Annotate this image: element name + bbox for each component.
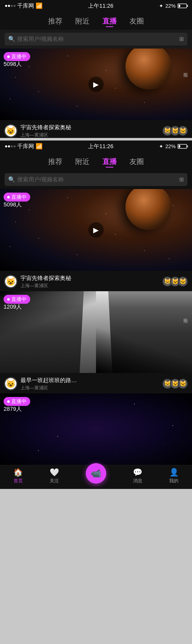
avatar-face-full-1 xyxy=(5,276,16,287)
signal-dot-4 xyxy=(14,5,16,7)
aud-avatar-full-1c: 🐱 xyxy=(178,276,188,287)
live-badge-text-full-2: 直播中 xyxy=(11,296,27,303)
live-badge-text-full-1: 直播中 xyxy=(11,194,27,201)
tab-nearby-2[interactable]: 附近 xyxy=(75,157,90,167)
tab-recommend[interactable]: 推荐 xyxy=(48,16,62,26)
bluetooth-icon-2: ✦ xyxy=(159,143,163,149)
phone-full: 千库网 📶 上午11:26 ✦ 22% 推荐 附近 直播 友圈 🔍 搜索用户/视… xyxy=(0,140,192,489)
signal-dot-3 xyxy=(11,5,13,7)
battery-icon xyxy=(178,4,187,8)
play-btn-1[interactable]: ▶ xyxy=(88,77,104,92)
nav-item-profile-2[interactable]: 👤 我的 xyxy=(169,468,179,484)
bottom-nav-2: 🏠 首页 🤍 关注 📹 💬 消息 👤 我的 xyxy=(0,465,192,489)
card-text-full-1: 宇宙先锋者探索奥秘 上海—黄浦区 xyxy=(20,274,71,289)
status-right: ✦ 22% xyxy=(159,3,187,9)
nav-item-record-2[interactable]: 📹 xyxy=(86,463,106,484)
card-info-full-1: 宇宙先锋者探索奥秘 上海—黄浦区 😸 😺 🐱 xyxy=(0,271,192,291)
messages-icon-2: 💬 xyxy=(133,468,142,477)
tab-live-2[interactable]: 直播 xyxy=(102,157,117,167)
tab-friends-2[interactable]: 友圈 xyxy=(130,157,144,167)
nav-item-home-2[interactable]: 🏠 首页 xyxy=(13,468,23,484)
live-card-full-3[interactable]: 直播中 2879人 xyxy=(0,393,192,465)
avatar-face-full-2 xyxy=(5,378,16,389)
scan-icon: ⊞ xyxy=(179,36,184,42)
card-left-full-1: 宇宙先锋者探索奥秘 上海—黄浦区 xyxy=(4,274,71,289)
live-badge-text-full-3: 直播中 xyxy=(11,398,27,405)
search-icon: 🔍 xyxy=(8,36,15,42)
record-icon-2: 📹 xyxy=(91,469,101,478)
nav-item-follow-2[interactable]: 🤍 关注 xyxy=(50,468,59,484)
live-card-full-1[interactable]: 直播中 5098人 ▶ xyxy=(0,189,192,271)
tab-recommend-2[interactable]: 推荐 xyxy=(48,157,62,167)
search-placeholder-2: 搜索用户/视频名称 xyxy=(17,176,179,183)
card-title-full-2: 最早一班赶班班的路… xyxy=(20,377,77,384)
audience-avatars-1: 😸 😺 🐱 xyxy=(162,126,188,136)
follow-icon-2: 🤍 xyxy=(50,468,59,477)
card-text-1: 宇宙先锋者探索奥秘 上海—黄浦区 xyxy=(20,124,71,138)
aud-avatar-full-2c: 🐱 xyxy=(178,379,188,389)
card-info-1: 宇宙先锋者探索奥秘 上海—黄浦区 😸 😺 🐱 xyxy=(0,120,192,138)
card-text-full-2: 最早一班赶班班的路… 上海—黄浦区 xyxy=(20,377,77,391)
search-bar[interactable]: 🔍 搜索用户/视频名称 ⊞ xyxy=(5,33,187,45)
search-placeholder: 搜索用户/视频名称 xyxy=(17,35,179,43)
play-btn-full-1[interactable]: ▶ xyxy=(88,222,104,238)
live-dot-full-2 xyxy=(7,298,10,301)
card-left-full-2: 最早一班赶班班的路… 上海—黄浦区 xyxy=(4,377,77,391)
avatar-1 xyxy=(4,124,17,137)
signal-dot-2-3 xyxy=(11,145,13,147)
card-left-1: 宇宙先锋者探索奥秘 上海—黄浦区 xyxy=(4,124,71,138)
search-bar-2[interactable]: 🔍 搜索用户/视频名称 ⊞ xyxy=(5,173,187,186)
signal-dots xyxy=(5,5,16,7)
phone-preview-1: 千库网 📶 上午11:26 ✦ 22% 推荐 附近 直播 友圈 🔍 搜索用户/视… xyxy=(0,0,192,138)
status-left-2: 千库网 📶 xyxy=(5,143,42,150)
bluetooth-icon: ✦ xyxy=(159,3,163,9)
battery-fill xyxy=(179,5,180,7)
live-badge-full-2: 直播中 xyxy=(4,295,30,304)
live-badge-text-1: 直播中 xyxy=(11,53,27,60)
scan-icon-2: ⊞ xyxy=(179,176,184,183)
viewer-count-full-1: 5098人 xyxy=(4,201,22,208)
audience-avatars-full-1: 😸 😺 🐱 xyxy=(162,276,188,287)
battery-percent-2: 22% xyxy=(165,144,176,149)
profile-label-2: 我的 xyxy=(169,478,178,484)
time-display-2: 上午11:26 xyxy=(88,143,113,150)
signal-dot-2 xyxy=(8,5,10,7)
live-dot-full-1 xyxy=(7,196,10,198)
card-title-full-1: 宇宙先锋者探索奥秘 xyxy=(20,274,71,282)
card-subtitle-full-2: 上海—黄浦区 xyxy=(20,385,77,391)
record-button-2[interactable]: 📹 xyxy=(86,463,106,484)
live-dot-full-3 xyxy=(7,400,10,403)
live-badge-full-1: 直播中 xyxy=(4,193,30,202)
profile-icon-2: 👤 xyxy=(169,468,179,477)
search-icon-2: 🔍 xyxy=(8,176,15,183)
messages-label-2: 消息 xyxy=(133,478,142,484)
avatar-full-2 xyxy=(4,377,17,390)
status-bar: 千库网 📶 上午11:26 ✦ 22% xyxy=(0,0,192,12)
follow-label-2: 关注 xyxy=(50,478,59,484)
card-subtitle-full-1: 上海—黄浦区 xyxy=(20,283,71,289)
wifi-icon-2: 📶 xyxy=(36,143,42,150)
battery-fill-2 xyxy=(179,145,180,148)
signal-dot-1 xyxy=(5,5,7,7)
carrier-label-2: 千库网 xyxy=(17,143,34,150)
tab-nearby[interactable]: 附近 xyxy=(75,16,90,26)
signal-dot-2-1 xyxy=(5,145,7,147)
live-card-full-2[interactable]: 直播中 1209人 xyxy=(0,291,192,373)
avatar-full-1 xyxy=(4,275,17,288)
live-dot-1 xyxy=(7,55,10,58)
status-left: 千库网 📶 xyxy=(5,2,42,10)
carrier-label: 千库网 xyxy=(17,2,34,10)
nav-tabs-2: 推荐 附近 直播 友圈 xyxy=(0,152,192,170)
battery-icon-2 xyxy=(178,144,187,149)
time-display: 上午11:26 xyxy=(88,2,113,10)
tab-live[interactable]: 直播 xyxy=(102,16,117,26)
live-card-1[interactable]: 直播中 5098人 ▶ xyxy=(0,49,192,120)
viewer-count-full-3: 2879人 xyxy=(4,405,22,413)
home-label-2: 首页 xyxy=(14,478,23,484)
audience-avatars-full-2: 😸 😺 🐱 xyxy=(162,379,188,389)
nav-item-messages-2[interactable]: 💬 消息 xyxy=(133,468,142,484)
status-right-2: ✦ 22% xyxy=(159,143,187,149)
signal-dot-2-2 xyxy=(8,145,10,147)
viewer-count-full-2: 1209人 xyxy=(4,303,22,311)
tab-friends[interactable]: 友圈 xyxy=(130,16,144,26)
